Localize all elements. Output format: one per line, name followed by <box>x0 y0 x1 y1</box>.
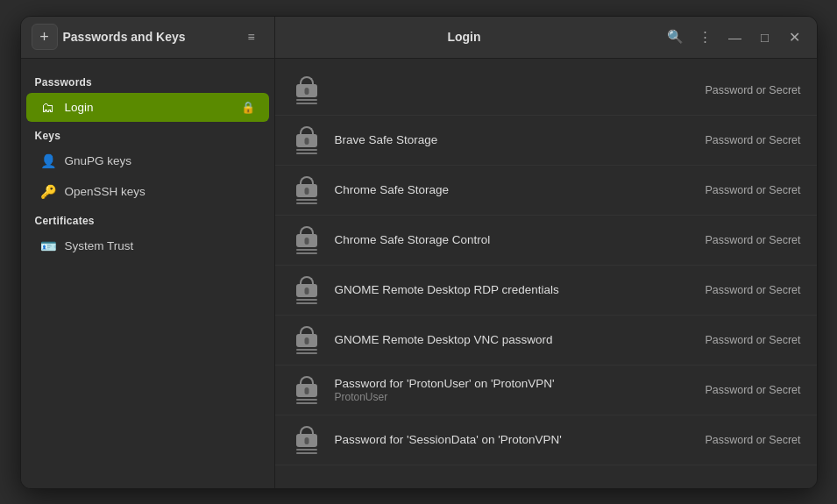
maximize-button[interactable]: □ <box>752 24 778 50</box>
sidebar-system-trust-label: System Trust <box>65 239 255 252</box>
sidebar-item-login[interactable]: 🗂 Login 🔒 <box>26 93 269 122</box>
titlebar-center: Login <box>275 30 654 44</box>
close-button[interactable]: ✕ <box>782 24 808 50</box>
entry-info: Chrome Safe Storage <box>335 183 706 196</box>
table-row[interactable]: Password for 'ProtonUser' on 'ProtonVPN'… <box>275 366 817 415</box>
folder-icon: 🗂 <box>40 100 56 115</box>
entry-info: Password for 'SessionData' on 'ProtonVPN… <box>335 433 706 446</box>
sidebar-gnupg-label: GnuPG keys <box>65 154 255 167</box>
entry-type-label: Password or Secret <box>705 434 800 446</box>
sidebar-login-label: Login <box>65 101 232 114</box>
entry-lock-icon <box>291 374 323 406</box>
entry-lock-icon <box>291 124 323 156</box>
sidebar-openssh-label: OpenSSH keys <box>65 185 255 198</box>
entry-info: Password for 'ProtonUser' on 'ProtonVPN'… <box>335 377 706 403</box>
entry-info: Brave Safe Storage <box>335 133 706 146</box>
minimize-button[interactable]: — <box>722 24 748 50</box>
entry-lock-icon <box>291 324 323 356</box>
entry-info: Chrome Safe Storage Control <box>335 233 706 246</box>
gnupg-icon: 👤 <box>40 153 56 169</box>
table-row[interactable]: Brave Safe StoragePassword or Secret <box>275 116 817 166</box>
entry-lock-icon <box>291 75 323 106</box>
entry-type-label: Password or Secret <box>705 384 800 396</box>
main-content: Password or Secret Brave Safe StoragePas… <box>275 59 817 488</box>
table-row[interactable]: Chrome Safe Storage ControlPassword or S… <box>275 216 817 266</box>
lock-icon: 🔒 <box>241 101 255 114</box>
entry-type-label: Password or Secret <box>705 84 800 96</box>
entry-type-label: Password or Secret <box>705 334 800 346</box>
entry-type-label: Password or Secret <box>705 284 800 296</box>
entry-type-label: Password or Secret <box>705 184 800 196</box>
titlebar-right: 🔍 ⋮ — □ ✕ <box>654 24 817 50</box>
content-area: Passwords 🗂 Login 🔒 Keys 👤 GnuPG keys 🔑 … <box>21 59 817 488</box>
entry-lock-icon <box>291 174 323 206</box>
entry-lock-icon <box>291 424 323 456</box>
sidebar-item-gnupg[interactable]: 👤 GnuPG keys <box>26 146 269 176</box>
openssh-icon: 🔑 <box>40 184 56 200</box>
app-title: Passwords and Keys <box>63 30 234 44</box>
add-button[interactable]: + <box>32 24 58 50</box>
menu-button[interactable]: ≡ <box>239 25 264 49</box>
sidebar-item-system-trust[interactable]: 🪪 System Trust <box>26 231 269 261</box>
certificates-section-label: Certificates <box>21 208 274 231</box>
search-button[interactable]: 🔍 <box>663 24 689 50</box>
section-title: Login <box>447 30 480 44</box>
sidebar-item-openssh[interactable]: 🔑 OpenSSH keys <box>26 177 269 207</box>
entry-type-label: Password or Secret <box>705 234 800 246</box>
table-row[interactable]: Chrome Safe StoragePassword or Secret <box>275 166 817 216</box>
entry-info: GNOME Remote Desktop VNC password <box>335 333 706 346</box>
entry-name: GNOME Remote Desktop RDP credentials <box>335 283 706 296</box>
entry-name: Brave Safe Storage <box>335 133 706 146</box>
system-trust-icon: 🪪 <box>40 238 56 254</box>
passwords-section-label: Passwords <box>21 69 274 92</box>
table-row[interactable]: GNOME Remote Desktop RDP credentialsPass… <box>275 266 817 316</box>
entry-name: Password for 'ProtonUser' on 'ProtonVPN' <box>335 377 706 390</box>
table-row[interactable]: GNOME Remote Desktop VNC passwordPasswor… <box>275 316 817 366</box>
table-row[interactable]: Password for 'SessionData' on 'ProtonVPN… <box>275 415 817 465</box>
entry-type-label: Password or Secret <box>705 134 800 146</box>
entry-name: GNOME Remote Desktop VNC password <box>335 333 706 346</box>
entry-subtitle: ProtonUser <box>335 391 706 403</box>
sidebar: Passwords 🗂 Login 🔒 Keys 👤 GnuPG keys 🔑 … <box>21 59 275 488</box>
entry-name: Chrome Safe Storage Control <box>335 233 706 246</box>
titlebar-left: + Passwords and Keys ≡ <box>21 17 275 58</box>
entry-lock-icon <box>291 274 323 306</box>
entry-lock-icon <box>291 224 323 256</box>
table-row[interactable]: Password or Secret <box>275 66 817 116</box>
titlebar: + Passwords and Keys ≡ Login 🔍 ⋮ — □ ✕ <box>21 17 817 59</box>
keys-section-label: Keys <box>21 123 274 146</box>
entry-name: Password for 'SessionData' on 'ProtonVPN… <box>335 433 706 446</box>
more-options-button[interactable]: ⋮ <box>692 24 719 50</box>
entry-name: Chrome Safe Storage <box>335 183 706 196</box>
entry-info: GNOME Remote Desktop RDP credentials <box>335 283 706 296</box>
app-window: + Passwords and Keys ≡ Login 🔍 ⋮ — □ ✕ P… <box>20 16 818 489</box>
